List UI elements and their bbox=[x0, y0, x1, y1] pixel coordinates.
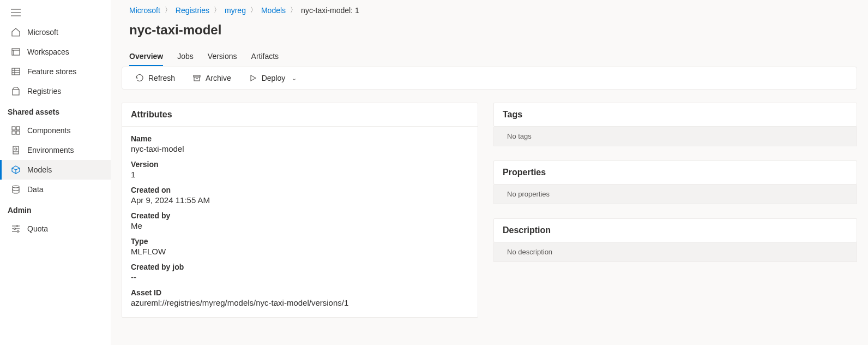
attribute-label: Asset ID bbox=[131, 288, 469, 297]
chevron-down-icon: ⌄ bbox=[292, 75, 297, 82]
sidebar-item-label: Data bbox=[27, 185, 44, 194]
attribute-label: Created on bbox=[131, 186, 469, 194]
attribute-row: Created by job -- bbox=[122, 259, 478, 285]
tabs: Overview Jobs Versions Artifacts bbox=[122, 47, 857, 67]
svg-rect-14 bbox=[16, 131, 20, 134]
sidebar-item-label: Workspaces bbox=[27, 47, 69, 56]
play-icon bbox=[249, 74, 257, 82]
archive-button[interactable]: Archive bbox=[187, 70, 237, 86]
svg-rect-12 bbox=[16, 127, 20, 130]
attribute-value: Apr 9, 2024 11:55 AM bbox=[131, 195, 469, 205]
svg-point-30 bbox=[17, 231, 19, 233]
sidebar-item-environments[interactable]: Environments bbox=[0, 140, 111, 160]
sidebar-item-microsoft[interactable]: Microsoft bbox=[0, 22, 111, 42]
attribute-value: 1 bbox=[131, 170, 469, 179]
breadcrumb-link[interactable]: Microsoft bbox=[129, 6, 160, 15]
tab-artifacts[interactable]: Artifacts bbox=[251, 47, 279, 66]
properties-heading: Properties bbox=[494, 161, 857, 184]
button-label: Refresh bbox=[148, 74, 175, 82]
attribute-label: Created by job bbox=[131, 263, 469, 271]
sidebar-section-admin: Admin bbox=[0, 199, 111, 219]
models-icon bbox=[11, 165, 21, 175]
sidebar-item-workspaces[interactable]: Workspaces bbox=[0, 42, 111, 62]
attribute-label: Version bbox=[131, 160, 469, 169]
svg-line-18 bbox=[12, 168, 16, 170]
sidebar-item-label: Feature stores bbox=[27, 67, 76, 76]
breadcrumb-current: nyc-taxi-model: 1 bbox=[301, 6, 359, 15]
feature-stores-icon bbox=[11, 67, 21, 76]
description-empty: No description bbox=[493, 242, 857, 262]
environments-icon bbox=[11, 145, 21, 155]
refresh-icon bbox=[135, 74, 144, 82]
attribute-value: Me bbox=[131, 221, 469, 230]
attribute-row: Asset ID azureml://registries/myreg/mode… bbox=[122, 285, 478, 311]
attributes-panel: Attributes Name nyc-taxi-model Version 1… bbox=[122, 103, 478, 318]
sidebar-item-label: Environments bbox=[27, 146, 74, 154]
svg-rect-13 bbox=[12, 131, 15, 134]
quota-icon bbox=[11, 224, 21, 234]
sidebar-item-components[interactable]: Components bbox=[0, 121, 111, 140]
breadcrumb-link[interactable]: Registries bbox=[176, 6, 209, 15]
attribute-label: Type bbox=[131, 237, 469, 246]
chevron-right-icon: 〉 bbox=[290, 5, 297, 15]
refresh-button[interactable]: Refresh bbox=[130, 70, 180, 86]
sidebar: Microsoft Workspaces Feature stores Regi… bbox=[0, 0, 111, 345]
empty-text: No properties bbox=[507, 190, 550, 198]
tab-versions[interactable]: Versions bbox=[208, 47, 237, 66]
attributes-heading: Attributes bbox=[122, 103, 478, 127]
sidebar-item-label: Quota bbox=[27, 224, 48, 233]
svg-rect-6 bbox=[12, 68, 20, 75]
breadcrumb-link[interactable]: myreg bbox=[225, 6, 246, 15]
attribute-label: Created by bbox=[131, 211, 469, 220]
attribute-value: MLFLOW bbox=[131, 247, 469, 256]
tags-heading: Tags bbox=[494, 103, 857, 126]
empty-text: No description bbox=[507, 248, 552, 256]
svg-rect-10 bbox=[13, 90, 19, 95]
button-label: Archive bbox=[206, 74, 231, 82]
registries-icon bbox=[11, 86, 21, 96]
attribute-label: Name bbox=[131, 134, 469, 143]
breadcrumb-link[interactable]: Models bbox=[261, 6, 286, 15]
attribute-value: azureml://registries/myreg/models/nyc-ta… bbox=[131, 298, 469, 307]
sidebar-item-registries[interactable]: Registries bbox=[0, 81, 111, 101]
hamburger-icon bbox=[11, 9, 21, 16]
sidebar-section-shared-assets: Shared assets bbox=[0, 101, 111, 121]
sidebar-item-data[interactable]: Data bbox=[0, 180, 111, 199]
attribute-row: Created on Apr 9, 2024 11:55 AM bbox=[122, 182, 478, 208]
tags-empty: No tags bbox=[493, 127, 857, 146]
attribute-value: -- bbox=[131, 272, 469, 282]
chevron-right-icon: 〉 bbox=[165, 5, 171, 15]
properties-panel: Properties No properties bbox=[493, 160, 857, 204]
chevron-right-icon: 〉 bbox=[250, 5, 257, 15]
properties-empty: No properties bbox=[493, 185, 857, 204]
button-label: Deploy bbox=[262, 74, 286, 82]
svg-marker-34 bbox=[251, 75, 256, 81]
empty-text: No tags bbox=[507, 132, 532, 140]
attribute-row: Type MLFLOW bbox=[122, 234, 478, 259]
svg-point-21 bbox=[13, 186, 19, 188]
sidebar-item-label: Microsoft bbox=[27, 28, 58, 37]
main-content: Microsoft 〉 Registries 〉 myreg 〉 Models … bbox=[111, 0, 868, 345]
page-title: nyc-taxi-model bbox=[122, 21, 857, 47]
sidebar-item-models[interactable]: Models bbox=[0, 160, 111, 180]
svg-point-27 bbox=[14, 228, 16, 230]
attribute-row: Name nyc-taxi-model bbox=[122, 131, 478, 157]
archive-icon bbox=[192, 74, 201, 82]
hamburger-menu[interactable] bbox=[0, 4, 111, 22]
svg-line-19 bbox=[16, 168, 20, 170]
attribute-row: Created by Me bbox=[122, 208, 478, 234]
deploy-button[interactable]: Deploy ⌄ bbox=[243, 70, 303, 86]
sidebar-item-feature-stores[interactable]: Feature stores bbox=[0, 62, 111, 81]
tab-overview[interactable]: Overview bbox=[129, 47, 163, 66]
breadcrumb: Microsoft 〉 Registries 〉 myreg 〉 Models … bbox=[122, 0, 857, 21]
description-panel: Description No description bbox=[493, 218, 857, 262]
tab-jobs[interactable]: Jobs bbox=[177, 47, 194, 66]
attribute-row: Version 1 bbox=[122, 157, 478, 182]
toolbar: Refresh Archive Deploy ⌄ bbox=[122, 67, 857, 90]
tags-panel: Tags No tags bbox=[493, 103, 857, 146]
sidebar-item-label: Registries bbox=[27, 87, 61, 96]
sidebar-item-quota[interactable]: Quota bbox=[0, 219, 111, 239]
sidebar-item-label: Components bbox=[27, 126, 70, 135]
description-heading: Description bbox=[494, 219, 857, 242]
attribute-value: nyc-taxi-model bbox=[131, 144, 469, 153]
